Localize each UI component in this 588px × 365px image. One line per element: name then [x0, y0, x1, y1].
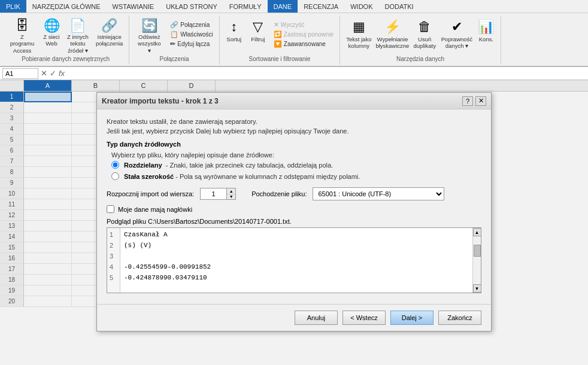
- sort-icon: ↕: [231, 19, 237, 35]
- origin-label: Pochodzenie pliku:: [251, 190, 307, 197]
- source-type-title: Typ danych źródłowych: [107, 141, 481, 148]
- preview-scrollbar: ▲ ▼: [472, 228, 481, 293]
- hscroll-right[interactable]: ▶: [472, 293, 481, 294]
- name-box[interactable]: [2, 68, 38, 79]
- link-icon: 🔗: [170, 21, 178, 29]
- preview-text-area: CzasKanał A (s) (V) -0.42554599-0.009918…: [120, 228, 472, 293]
- radio-stala-label[interactable]: Stała szerokość - Pola są wyrównane w ko…: [124, 173, 360, 180]
- btn-odswiez[interactable]: 🔄 Odświeżwszystko ▾: [133, 18, 165, 55]
- radio-rozdzielany-label[interactable]: Rozdzielany - Znaki, takie jak przecinek…: [124, 162, 333, 169]
- btn-istniejace[interactable]: 🔗 Istniejącepołączenia: [93, 18, 125, 48]
- validation-icon: ✔: [451, 19, 462, 35]
- btn-z-sieci-web[interactable]: 🌐 Z sieciWeb: [41, 18, 62, 48]
- btn-edytuj-lacza[interactable]: ✏ Edytuj łącza: [168, 39, 215, 48]
- btn-wypelnianie[interactable]: ⚡ Wypełnianiebłyskawiczne: [376, 18, 408, 51]
- menu-bar: PLIK NARZĘDZIA GŁÓWNE WSTAWIANIE UKŁAD S…: [0, 0, 588, 13]
- edit-icon: ✏: [170, 40, 175, 48]
- dialog-footer: Anuluj < Wstecz Dalej > Zakończ: [97, 304, 491, 331]
- form-row-start: Rozpocznij import od wiersza: ▲ ▼ Pochod…: [107, 187, 481, 200]
- advanced-icon: 🔽: [274, 40, 282, 48]
- next-button[interactable]: Dalej >: [390, 311, 434, 325]
- btn-poprawnosc[interactable]: ✔ Poprawnośćdanych ▾: [441, 18, 473, 51]
- btn-tekst-kolumny[interactable]: ▦ Tekst jakokolumny: [344, 18, 374, 51]
- radio-group: Rozdzielany - Znaki, takie jak przecinek…: [111, 161, 481, 180]
- line-num-1: 1: [110, 229, 117, 240]
- spinner-down-btn[interactable]: ▼: [227, 194, 235, 200]
- dialog-controls: ? ✕: [462, 96, 486, 106]
- btn-usun-duplikaty[interactable]: 🗑 Usuńduplikaty: [411, 18, 438, 51]
- menu-item-plik[interactable]: PLIK: [0, 0, 26, 13]
- ribbon-group-label-narzedzia: Narzędzia danych: [344, 56, 497, 63]
- menu-item-dodatki[interactable]: DODATKI: [378, 0, 419, 13]
- menu-item-formuly[interactable]: FORMUŁY: [223, 0, 268, 13]
- finish-button[interactable]: Zakończ: [438, 311, 481, 325]
- preview-line-1: CzasKanał A: [124, 229, 469, 240]
- back-button[interactable]: < Wstecz: [343, 311, 386, 325]
- preview-line-3: [124, 251, 469, 261]
- preview-content: 1 2 3 4 5 CzasKanał A (s) (V) -0.4255459…: [107, 228, 481, 293]
- horizontal-scrollbar: ◀ ▶: [107, 293, 481, 293]
- radio-rozdzielany[interactable]: [111, 161, 119, 169]
- formula-bar: ✕ ✓ fx: [0, 67, 588, 80]
- menu-item-widok[interactable]: WIDOK: [344, 0, 378, 13]
- refresh-icon: 🔄: [141, 19, 157, 32]
- btn-polaczenia[interactable]: 🔗 Połączenia: [168, 20, 215, 29]
- hscroll-left[interactable]: ◀: [107, 293, 116, 294]
- insert-function-icon[interactable]: fx: [59, 69, 65, 78]
- text-icon: 📄: [69, 19, 86, 32]
- headers-checkbox[interactable]: [107, 205, 114, 213]
- filter-icon: ▽: [253, 19, 263, 35]
- formula-input[interactable]: [67, 70, 586, 77]
- spinner-up-btn[interactable]: ▲: [227, 188, 235, 194]
- radio-stala[interactable]: [111, 172, 119, 180]
- origin-select[interactable]: 65001 : Unicode (UTF-8) 1250 : Windows (…: [313, 187, 444, 200]
- access-icon: 🗄: [16, 19, 29, 32]
- ribbon-group-label-sortowanie: Sortowanie i filtrowanie: [223, 56, 336, 63]
- confirm-formula-icon[interactable]: ✓: [50, 69, 56, 78]
- btn-filtruj[interactable]: ▽ Filtruj: [247, 18, 269, 44]
- ribbon-group-label-polaczenia: Połączenia: [133, 56, 215, 63]
- ribbon-group-pobieranie: 🗄 Z programuAccess 🌐 Z sieciWeb 📄 Z inny…: [2, 16, 129, 65]
- scrollbar-up[interactable]: ▲: [473, 228, 481, 236]
- btn-wyczysc[interactable]: ✕ Wyczyść: [271, 20, 336, 29]
- preview-line-nums: 1 2 3 4 5: [107, 228, 120, 293]
- dialog-titlebar: Kreator importu tekstu - krok 1 z 3 ? ✕: [97, 93, 491, 110]
- consolidate-icon: 📊: [478, 19, 494, 35]
- line-num-4: 4: [110, 261, 117, 272]
- cancel-formula-icon[interactable]: ✕: [41, 69, 47, 78]
- menu-item-dane[interactable]: DANE: [268, 0, 298, 13]
- menu-item-uklad[interactable]: UKŁAD STRONY: [160, 0, 223, 13]
- btn-z-programu-access[interactable]: 🗄 Z programuAccess: [6, 18, 38, 55]
- choose-label: Wybierz typ pliku, który najlepiej opisu…: [111, 151, 481, 159]
- line-num-2: 2: [110, 240, 117, 251]
- dialog-help-btn[interactable]: ?: [462, 96, 473, 106]
- start-row-label: Rozpocznij import od wiersza:: [107, 190, 194, 197]
- menu-item-narzedzia[interactable]: NARZĘDZIA GŁÓWNE: [26, 0, 107, 13]
- radio-stala-row: Stała szerokość - Pola są wyrównane w ko…: [111, 172, 481, 180]
- clear-icon: ✕: [274, 21, 279, 29]
- headers-label[interactable]: Moje dane mają nagłówki: [118, 206, 192, 213]
- reapply-icon: 🔁: [274, 31, 282, 38]
- start-row-input[interactable]: [200, 188, 226, 200]
- dialog-title: Kreator importu tekstu - krok 1 z 3: [102, 97, 219, 105]
- flash-fill-icon: ⚡: [384, 19, 401, 35]
- connections-icon: 🔗: [101, 19, 117, 32]
- btn-kons[interactable]: 📊 Kons.: [475, 18, 497, 44]
- dialog-close-btn[interactable]: ✕: [475, 96, 486, 106]
- btn-wlasciwosci[interactable]: 📋 Właściwości: [168, 30, 215, 39]
- start-row-spinner: ▲ ▼: [200, 188, 236, 200]
- menu-item-wstawianie[interactable]: WSTAWIANIE: [107, 0, 160, 13]
- scrollbar-down[interactable]: ▼: [473, 284, 481, 293]
- spinner-btns: ▲ ▼: [226, 188, 236, 200]
- line-num-3: 3: [110, 251, 117, 261]
- web-icon: 🌐: [44, 19, 60, 32]
- btn-zastosuj[interactable]: 🔁 Zastosuj ponownie: [271, 30, 336, 39]
- btn-zaawansowane[interactable]: 🔽 Zaawansowane: [271, 39, 336, 48]
- btn-sortuj[interactable]: ↕ Sortuj: [223, 18, 245, 44]
- scrollbar-thumb[interactable]: [474, 245, 481, 257]
- properties-icon: 📋: [170, 31, 178, 38]
- menu-item-recenzja[interactable]: RECENZJA: [298, 0, 344, 13]
- ribbon-group-narzedzia: ▦ Tekst jakokolumny ⚡ Wypełnianiebłyskaw…: [340, 16, 501, 65]
- cancel-button[interactable]: Anuluj: [295, 311, 338, 325]
- btn-z-tekstu[interactable]: 📄 Z innychtekstuźródeł ▾: [65, 18, 91, 55]
